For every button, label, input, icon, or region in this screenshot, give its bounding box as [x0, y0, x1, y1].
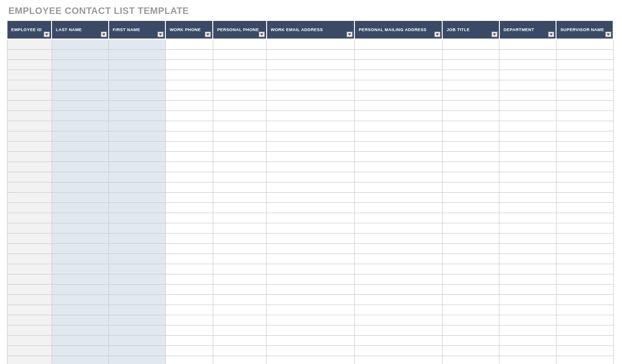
table-cell[interactable]	[52, 142, 109, 152]
table-cell[interactable]	[213, 274, 266, 285]
table-cell[interactable]	[499, 244, 557, 254]
table-cell[interactable]	[109, 111, 166, 121]
table-cell[interactable]	[499, 234, 557, 244]
table-cell[interactable]	[499, 264, 557, 274]
table-cell[interactable]	[7, 111, 52, 121]
table-cell[interactable]	[7, 121, 52, 131]
table-cell[interactable]	[7, 213, 52, 223]
table-cell[interactable]	[267, 203, 354, 213]
filter-dropdown-icon[interactable]	[259, 32, 265, 37]
table-cell[interactable]	[354, 91, 442, 101]
table-cell[interactable]	[442, 315, 499, 325]
column-header[interactable]: PERSONAL MAILING ADDRESS	[354, 20, 442, 39]
table-cell[interactable]	[354, 142, 442, 152]
table-cell[interactable]	[213, 172, 266, 182]
table-cell[interactable]	[109, 274, 166, 285]
table-cell[interactable]	[442, 60, 499, 70]
table-cell[interactable]	[556, 70, 613, 80]
table-cell[interactable]	[442, 346, 499, 356]
table-cell[interactable]	[267, 244, 354, 254]
table-cell[interactable]	[556, 142, 613, 152]
table-cell[interactable]	[165, 325, 213, 336]
table-cell[interactable]	[354, 254, 442, 264]
table-cell[interactable]	[52, 131, 109, 142]
table-cell[interactable]	[213, 285, 266, 295]
table-cell[interactable]	[442, 70, 499, 80]
table-cell[interactable]	[499, 274, 557, 285]
table-cell[interactable]	[556, 172, 613, 182]
table-cell[interactable]	[442, 152, 499, 162]
table-cell[interactable]	[499, 131, 557, 142]
table-cell[interactable]	[354, 172, 442, 182]
table-cell[interactable]	[556, 213, 613, 223]
table-cell[interactable]	[442, 193, 499, 203]
table-cell[interactable]	[213, 39, 266, 50]
table-cell[interactable]	[354, 213, 442, 223]
table-cell[interactable]	[52, 80, 109, 91]
table-cell[interactable]	[213, 203, 266, 213]
table-cell[interactable]	[354, 70, 442, 80]
table-cell[interactable]	[109, 223, 166, 234]
table-cell[interactable]	[213, 244, 266, 254]
table-cell[interactable]	[7, 152, 52, 162]
table-cell[interactable]	[165, 285, 213, 295]
table-cell[interactable]	[556, 101, 613, 111]
table-cell[interactable]	[267, 172, 354, 182]
table-cell[interactable]	[556, 223, 613, 234]
table-cell[interactable]	[499, 346, 557, 356]
table-cell[interactable]	[556, 152, 613, 162]
table-cell[interactable]	[7, 274, 52, 285]
column-header[interactable]: WORK PHONE	[165, 20, 213, 39]
table-cell[interactable]	[354, 131, 442, 142]
table-cell[interactable]	[267, 91, 354, 101]
table-cell[interactable]	[442, 111, 499, 121]
table-cell[interactable]	[442, 356, 499, 364]
table-cell[interactable]	[556, 80, 613, 91]
table-cell[interactable]	[165, 152, 213, 162]
table-cell[interactable]	[499, 80, 557, 91]
table-cell[interactable]	[354, 39, 442, 50]
table-cell[interactable]	[213, 305, 266, 315]
table-cell[interactable]	[556, 295, 613, 305]
table-cell[interactable]	[109, 315, 166, 325]
table-cell[interactable]	[165, 356, 213, 364]
table-cell[interactable]	[213, 80, 266, 91]
table-cell[interactable]	[109, 39, 166, 50]
table-cell[interactable]	[442, 162, 499, 172]
column-header[interactable]: PERSONAL PHONE	[213, 20, 266, 39]
table-cell[interactable]	[442, 172, 499, 182]
table-cell[interactable]	[52, 254, 109, 264]
table-cell[interactable]	[556, 285, 613, 295]
table-cell[interactable]	[499, 213, 557, 223]
column-header[interactable]: EMPLOYEE ID	[7, 20, 52, 39]
table-cell[interactable]	[442, 101, 499, 111]
table-cell[interactable]	[109, 295, 166, 305]
table-cell[interactable]	[267, 111, 354, 121]
table-cell[interactable]	[499, 182, 557, 193]
table-cell[interactable]	[52, 274, 109, 285]
table-cell[interactable]	[165, 39, 213, 50]
table-cell[interactable]	[267, 39, 354, 50]
filter-dropdown-icon[interactable]	[157, 32, 164, 37]
table-cell[interactable]	[109, 203, 166, 213]
table-cell[interactable]	[354, 346, 442, 356]
table-cell[interactable]	[267, 264, 354, 274]
table-cell[interactable]	[165, 121, 213, 131]
table-cell[interactable]	[7, 356, 52, 364]
table-cell[interactable]	[165, 70, 213, 80]
table-cell[interactable]	[52, 213, 109, 223]
table-cell[interactable]	[213, 213, 266, 223]
table-cell[interactable]	[499, 325, 557, 336]
table-cell[interactable]	[7, 315, 52, 325]
table-cell[interactable]	[442, 80, 499, 91]
table-cell[interactable]	[556, 39, 613, 50]
table-cell[interactable]	[442, 203, 499, 213]
table-cell[interactable]	[213, 346, 266, 356]
table-cell[interactable]	[556, 356, 613, 364]
table-cell[interactable]	[499, 152, 557, 162]
column-header[interactable]: LAST NAME	[52, 20, 109, 39]
table-cell[interactable]	[109, 162, 166, 172]
table-cell[interactable]	[213, 234, 266, 244]
table-cell[interactable]	[267, 356, 354, 364]
table-cell[interactable]	[267, 193, 354, 203]
